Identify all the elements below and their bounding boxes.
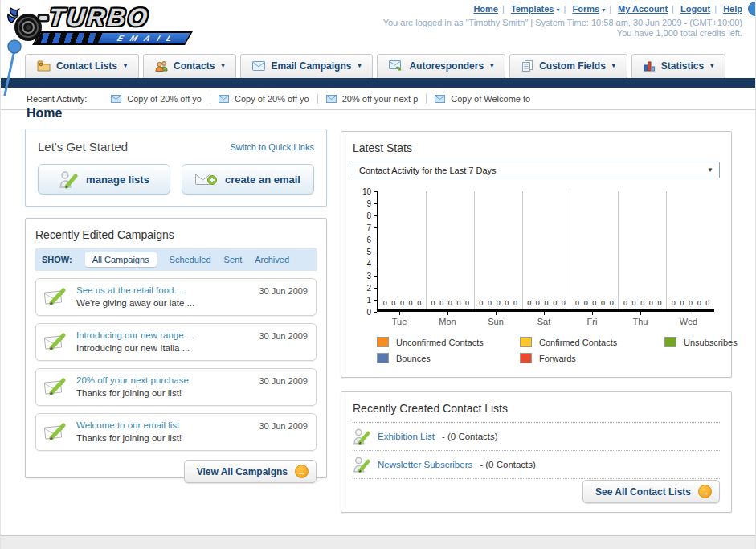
- y-axis-label: 9: [366, 199, 377, 208]
- contact-list-item[interactable]: Newsletter Subscribers - (0 Contacts): [353, 451, 720, 479]
- nav-help-link[interactable]: Help: [723, 4, 742, 14]
- campaign-filter-bar: SHOW: All Campaigns Scheduled Sent Archi…: [35, 248, 317, 271]
- dropdown-arrow-icon: ▾: [124, 62, 127, 69]
- contact-lists-panel: Recently Created Contact Lists Exhibitio…: [341, 391, 732, 513]
- campaign-date: 30 Jun 2009: [259, 421, 308, 431]
- campaign-title-link[interactable]: 20% off your next purchase: [76, 375, 259, 385]
- campaign-title-link[interactable]: Introducing our new range ...: [76, 330, 259, 340]
- dropdown-arrow-icon: ▾: [557, 6, 560, 14]
- recent-activity-item[interactable]: Copy of 20% off yo: [210, 94, 318, 104]
- left-column: Let's Get Started Switch to Quick Links …: [25, 129, 327, 478]
- campaign-title-link[interactable]: See us at the retail food ...: [76, 285, 259, 295]
- x-axis-label: Thu: [616, 312, 664, 326]
- chart-value-labels: 00000: [667, 299, 714, 307]
- chart-day-column: 00000: [523, 191, 571, 309]
- nav-forms-link[interactable]: Forms: [572, 4, 599, 14]
- dropdown-arrow-icon: ▾: [710, 62, 713, 69]
- stats-period-select[interactable]: Contact Activity for the Last 7 Days ▼: [353, 162, 720, 178]
- filter-sent[interactable]: Sent: [224, 255, 243, 264]
- person-pencil-icon: [353, 456, 370, 473]
- create-email-button[interactable]: create an email: [182, 164, 314, 195]
- envelope-pencil-icon: [44, 423, 68, 441]
- arrow-right-icon: →: [698, 485, 712, 498]
- y-axis-label: 5: [366, 248, 377, 256]
- bar-chart-icon: [644, 60, 656, 72]
- envelope-pencil-icon: [44, 378, 68, 396]
- x-axis-label: Fri: [568, 312, 616, 326]
- person-pencil-icon: [353, 428, 370, 445]
- campaign-date: 30 Jun 2009: [259, 286, 308, 296]
- campaign-date: 30 Jun 2009: [259, 331, 308, 341]
- footer-strip: [1, 535, 756, 549]
- filter-all-campaigns[interactable]: All Campaigns: [85, 252, 157, 267]
- x-axis-label: Mon: [423, 312, 472, 326]
- y-axis-label: 3: [366, 272, 377, 281]
- campaign-title-link[interactable]: Welcome to our email list: [76, 420, 259, 430]
- switch-quick-links-link[interactable]: Switch to Quick Links: [230, 142, 314, 152]
- nav-my-account-link[interactable]: My Account: [618, 4, 668, 14]
- y-axis-label: 2: [366, 284, 377, 293]
- x-axis-label: Tue: [375, 312, 423, 326]
- tab-contact-lists[interactable]: Contact Lists ▾: [25, 54, 139, 78]
- campaign-date: 30 Jun 2009: [259, 376, 308, 386]
- dropdown-arrow-icon: ▾: [602, 6, 605, 14]
- recent-activity-item[interactable]: 20% off your next p: [318, 94, 427, 104]
- campaign-row[interactable]: 20% off your next purchase Thanks for jo…: [35, 368, 317, 406]
- campaign-row[interactable]: Welcome to our email list Thanks for joi…: [35, 413, 317, 451]
- main-nav-tabs: Contact Lists ▾ Contacts ▾ Email Campaig…: [25, 54, 725, 78]
- envelope-icon: [435, 95, 445, 103]
- tab-contacts[interactable]: Contacts ▾: [143, 54, 236, 78]
- campaign-subtitle: Thanks for joining our list!: [76, 388, 182, 398]
- envelope-pencil-icon: [44, 288, 68, 306]
- legend-item: Confirmed Contacts: [520, 337, 664, 347]
- nav-templates-link[interactable]: Templates: [511, 4, 554, 14]
- campaign-subtitle: We're giving away our late ...: [76, 298, 194, 308]
- see-all-contact-lists-button[interactable]: See All Contact Lists →: [582, 480, 720, 503]
- nav-logout-link[interactable]: Logout: [680, 4, 710, 14]
- envelope-icon: [219, 95, 229, 103]
- legend-swatch: [377, 337, 389, 347]
- decorative-pin-icon: [2, 39, 26, 96]
- recent-activity-text: Copy of 20% off yo: [235, 94, 309, 104]
- recent-activity-item[interactable]: Copy of 20% off yo: [103, 94, 210, 104]
- tab-custom-fields[interactable]: Custom Fields ▾: [509, 54, 627, 78]
- navy-divider-bar: [1, 78, 756, 88]
- contact-list-link[interactable]: Newsletter Subscribers: [378, 460, 472, 469]
- recent-activity-item[interactable]: Copy of Welcome to: [427, 94, 538, 104]
- x-axis-label: Sat: [520, 312, 568, 326]
- view-all-campaigns-label: View All Campaigns: [197, 466, 288, 477]
- view-all-campaigns-button[interactable]: View All Campaigns →: [184, 460, 317, 483]
- chart-plot-area: 00000000000000000000000000000000000: [377, 191, 714, 312]
- logo-subtitle: EMAIL: [116, 34, 182, 43]
- latest-stats-panel: Latest Stats Contact Activity for the La…: [341, 131, 732, 378]
- get-started-panel: Let's Get Started Switch to Quick Links …: [25, 129, 327, 207]
- create-email-label: create an email: [225, 174, 300, 186]
- login-info: You are logged in as "Timothy Smith" | S…: [383, 18, 742, 27]
- contact-list-link[interactable]: Exhibition List: [378, 432, 435, 441]
- legend-label: Unconfirmed Contacts: [396, 338, 484, 347]
- campaign-row[interactable]: See us at the retail food ... We're givi…: [35, 278, 317, 316]
- contact-activity-chart: 109876543210 000000000000000000000000000…: [356, 191, 720, 312]
- filter-scheduled[interactable]: Scheduled: [170, 255, 211, 264]
- contact-list-item[interactable]: Exhibition List - (0 Contacts): [353, 423, 720, 451]
- chart-day-column: 00000: [378, 191, 427, 309]
- chart-value-labels: 00000: [427, 299, 474, 307]
- folder-user-icon: [37, 60, 51, 72]
- latest-stats-title: Latest Stats: [353, 141, 720, 154]
- manage-lists-label: manage lists: [86, 174, 149, 186]
- manage-lists-button[interactable]: manage lists: [38, 164, 170, 195]
- tab-statistics[interactable]: Statistics ▾: [631, 54, 725, 78]
- filter-archived[interactable]: Archived: [255, 255, 289, 264]
- chart-value-labels: 00000: [378, 299, 426, 307]
- chart-day-column: 00000: [427, 191, 475, 309]
- chart-value-labels: 00000: [523, 299, 570, 307]
- tab-autoresponders[interactable]: Autoresponders ▾: [377, 54, 505, 78]
- legend-item: Bounces: [377, 353, 520, 363]
- nav-home-link[interactable]: Home: [473, 4, 498, 14]
- chart-day-column: 00000: [619, 191, 667, 309]
- page-title: Home: [27, 106, 62, 121]
- tab-email-campaigns[interactable]: Email Campaigns ▾: [240, 54, 373, 78]
- logo-title: TURBO: [47, 3, 151, 32]
- campaign-row[interactable]: Introducing our new range ... Introducin…: [35, 323, 317, 361]
- chart-value-labels: 00000: [475, 299, 522, 307]
